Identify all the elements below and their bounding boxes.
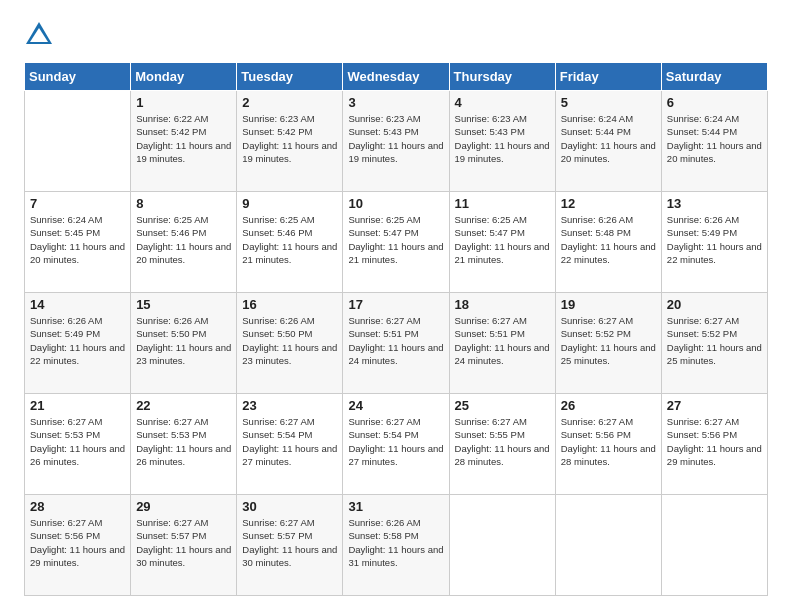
calendar-cell xyxy=(449,495,555,596)
calendar-cell: 25Sunrise: 6:27 AMSunset: 5:55 PMDayligh… xyxy=(449,394,555,495)
calendar-cell: 16Sunrise: 6:26 AMSunset: 5:50 PMDayligh… xyxy=(237,293,343,394)
logo-icon xyxy=(24,20,54,50)
day-info: Sunrise: 6:25 AMSunset: 5:46 PMDaylight:… xyxy=(242,213,337,266)
calendar-cell: 27Sunrise: 6:27 AMSunset: 5:56 PMDayligh… xyxy=(661,394,767,495)
day-number: 29 xyxy=(136,499,231,514)
day-number: 11 xyxy=(455,196,550,211)
calendar-cell: 28Sunrise: 6:27 AMSunset: 5:56 PMDayligh… xyxy=(25,495,131,596)
day-info: Sunrise: 6:27 AMSunset: 5:56 PMDaylight:… xyxy=(30,516,125,569)
calendar-cell: 13Sunrise: 6:26 AMSunset: 5:49 PMDayligh… xyxy=(661,192,767,293)
weekday-header-friday: Friday xyxy=(555,63,661,91)
day-number: 18 xyxy=(455,297,550,312)
calendar-cell: 11Sunrise: 6:25 AMSunset: 5:47 PMDayligh… xyxy=(449,192,555,293)
day-info: Sunrise: 6:26 AMSunset: 5:49 PMDaylight:… xyxy=(30,314,125,367)
day-number: 30 xyxy=(242,499,337,514)
day-info: Sunrise: 6:24 AMSunset: 5:44 PMDaylight:… xyxy=(667,112,762,165)
calendar-cell: 24Sunrise: 6:27 AMSunset: 5:54 PMDayligh… xyxy=(343,394,449,495)
calendar-cell: 26Sunrise: 6:27 AMSunset: 5:56 PMDayligh… xyxy=(555,394,661,495)
day-info: Sunrise: 6:27 AMSunset: 5:57 PMDaylight:… xyxy=(242,516,337,569)
day-number: 12 xyxy=(561,196,656,211)
page: SundayMondayTuesdayWednesdayThursdayFrid… xyxy=(0,0,792,612)
calendar-cell: 8Sunrise: 6:25 AMSunset: 5:46 PMDaylight… xyxy=(131,192,237,293)
day-info: Sunrise: 6:27 AMSunset: 5:51 PMDaylight:… xyxy=(455,314,550,367)
day-number: 20 xyxy=(667,297,762,312)
day-info: Sunrise: 6:26 AMSunset: 5:50 PMDaylight:… xyxy=(242,314,337,367)
calendar-cell: 9Sunrise: 6:25 AMSunset: 5:46 PMDaylight… xyxy=(237,192,343,293)
day-number: 28 xyxy=(30,499,125,514)
day-number: 19 xyxy=(561,297,656,312)
day-info: Sunrise: 6:27 AMSunset: 5:51 PMDaylight:… xyxy=(348,314,443,367)
calendar-cell: 19Sunrise: 6:27 AMSunset: 5:52 PMDayligh… xyxy=(555,293,661,394)
day-info: Sunrise: 6:25 AMSunset: 5:47 PMDaylight:… xyxy=(348,213,443,266)
calendar-cell: 15Sunrise: 6:26 AMSunset: 5:50 PMDayligh… xyxy=(131,293,237,394)
day-number: 22 xyxy=(136,398,231,413)
calendar-cell: 10Sunrise: 6:25 AMSunset: 5:47 PMDayligh… xyxy=(343,192,449,293)
day-number: 13 xyxy=(667,196,762,211)
calendar-cell: 5Sunrise: 6:24 AMSunset: 5:44 PMDaylight… xyxy=(555,91,661,192)
calendar-cell: 6Sunrise: 6:24 AMSunset: 5:44 PMDaylight… xyxy=(661,91,767,192)
calendar-cell: 30Sunrise: 6:27 AMSunset: 5:57 PMDayligh… xyxy=(237,495,343,596)
day-info: Sunrise: 6:24 AMSunset: 5:45 PMDaylight:… xyxy=(30,213,125,266)
day-info: Sunrise: 6:22 AMSunset: 5:42 PMDaylight:… xyxy=(136,112,231,165)
weekday-header-monday: Monday xyxy=(131,63,237,91)
calendar-cell: 20Sunrise: 6:27 AMSunset: 5:52 PMDayligh… xyxy=(661,293,767,394)
calendar-cell: 17Sunrise: 6:27 AMSunset: 5:51 PMDayligh… xyxy=(343,293,449,394)
weekday-header-row: SundayMondayTuesdayWednesdayThursdayFrid… xyxy=(25,63,768,91)
day-number: 6 xyxy=(667,95,762,110)
week-row-1: 7Sunrise: 6:24 AMSunset: 5:45 PMDaylight… xyxy=(25,192,768,293)
day-info: Sunrise: 6:27 AMSunset: 5:56 PMDaylight:… xyxy=(667,415,762,468)
day-info: Sunrise: 6:27 AMSunset: 5:54 PMDaylight:… xyxy=(242,415,337,468)
calendar-cell: 18Sunrise: 6:27 AMSunset: 5:51 PMDayligh… xyxy=(449,293,555,394)
day-info: Sunrise: 6:23 AMSunset: 5:42 PMDaylight:… xyxy=(242,112,337,165)
calendar-table: SundayMondayTuesdayWednesdayThursdayFrid… xyxy=(24,62,768,596)
calendar-cell: 22Sunrise: 6:27 AMSunset: 5:53 PMDayligh… xyxy=(131,394,237,495)
weekday-header-thursday: Thursday xyxy=(449,63,555,91)
calendar-cell xyxy=(555,495,661,596)
day-number: 17 xyxy=(348,297,443,312)
logo xyxy=(24,20,58,50)
day-number: 26 xyxy=(561,398,656,413)
day-number: 24 xyxy=(348,398,443,413)
day-info: Sunrise: 6:27 AMSunset: 5:55 PMDaylight:… xyxy=(455,415,550,468)
week-row-2: 14Sunrise: 6:26 AMSunset: 5:49 PMDayligh… xyxy=(25,293,768,394)
week-row-0: 1Sunrise: 6:22 AMSunset: 5:42 PMDaylight… xyxy=(25,91,768,192)
day-info: Sunrise: 6:26 AMSunset: 5:49 PMDaylight:… xyxy=(667,213,762,266)
weekday-header-wednesday: Wednesday xyxy=(343,63,449,91)
calendar-cell xyxy=(25,91,131,192)
header xyxy=(24,20,768,50)
day-info: Sunrise: 6:25 AMSunset: 5:47 PMDaylight:… xyxy=(455,213,550,266)
calendar-cell: 7Sunrise: 6:24 AMSunset: 5:45 PMDaylight… xyxy=(25,192,131,293)
day-info: Sunrise: 6:27 AMSunset: 5:52 PMDaylight:… xyxy=(667,314,762,367)
calendar-cell: 2Sunrise: 6:23 AMSunset: 5:42 PMDaylight… xyxy=(237,91,343,192)
calendar-cell: 29Sunrise: 6:27 AMSunset: 5:57 PMDayligh… xyxy=(131,495,237,596)
day-number: 27 xyxy=(667,398,762,413)
day-number: 23 xyxy=(242,398,337,413)
day-number: 15 xyxy=(136,297,231,312)
week-row-4: 28Sunrise: 6:27 AMSunset: 5:56 PMDayligh… xyxy=(25,495,768,596)
day-number: 16 xyxy=(242,297,337,312)
calendar-header: SundayMondayTuesdayWednesdayThursdayFrid… xyxy=(25,63,768,91)
day-info: Sunrise: 6:26 AMSunset: 5:48 PMDaylight:… xyxy=(561,213,656,266)
day-number: 5 xyxy=(561,95,656,110)
day-number: 21 xyxy=(30,398,125,413)
day-number: 1 xyxy=(136,95,231,110)
calendar-cell: 14Sunrise: 6:26 AMSunset: 5:49 PMDayligh… xyxy=(25,293,131,394)
day-number: 8 xyxy=(136,196,231,211)
day-info: Sunrise: 6:23 AMSunset: 5:43 PMDaylight:… xyxy=(455,112,550,165)
day-info: Sunrise: 6:27 AMSunset: 5:53 PMDaylight:… xyxy=(136,415,231,468)
day-info: Sunrise: 6:26 AMSunset: 5:58 PMDaylight:… xyxy=(348,516,443,569)
calendar-cell: 4Sunrise: 6:23 AMSunset: 5:43 PMDaylight… xyxy=(449,91,555,192)
calendar-cell: 31Sunrise: 6:26 AMSunset: 5:58 PMDayligh… xyxy=(343,495,449,596)
day-info: Sunrise: 6:27 AMSunset: 5:56 PMDaylight:… xyxy=(561,415,656,468)
calendar-cell: 1Sunrise: 6:22 AMSunset: 5:42 PMDaylight… xyxy=(131,91,237,192)
day-info: Sunrise: 6:27 AMSunset: 5:57 PMDaylight:… xyxy=(136,516,231,569)
day-number: 4 xyxy=(455,95,550,110)
day-number: 9 xyxy=(242,196,337,211)
day-info: Sunrise: 6:24 AMSunset: 5:44 PMDaylight:… xyxy=(561,112,656,165)
calendar-cell: 23Sunrise: 6:27 AMSunset: 5:54 PMDayligh… xyxy=(237,394,343,495)
weekday-header-tuesday: Tuesday xyxy=(237,63,343,91)
day-info: Sunrise: 6:25 AMSunset: 5:46 PMDaylight:… xyxy=(136,213,231,266)
day-number: 10 xyxy=(348,196,443,211)
day-info: Sunrise: 6:27 AMSunset: 5:54 PMDaylight:… xyxy=(348,415,443,468)
weekday-header-saturday: Saturday xyxy=(661,63,767,91)
